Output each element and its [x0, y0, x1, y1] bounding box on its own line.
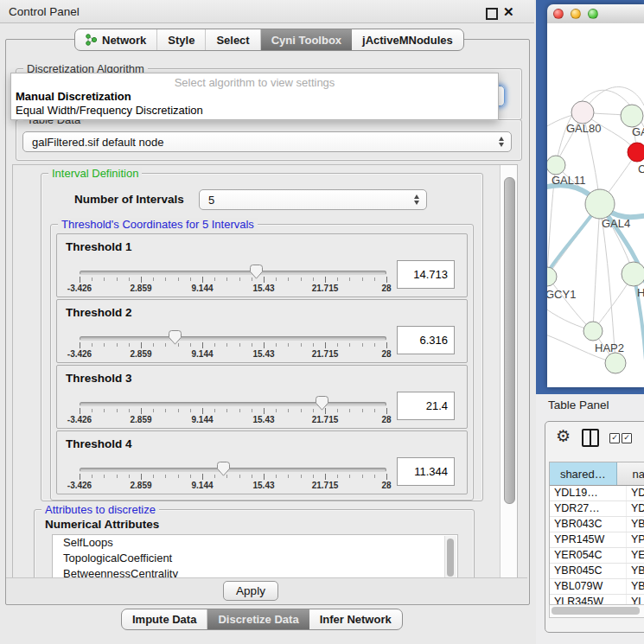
slider-major-tick [202, 474, 203, 480]
vertical-scrollbar-thumb[interactable] [504, 177, 515, 504]
cell-shared[interactable]: YPR145W [550, 532, 627, 547]
tab-style[interactable]: Style [157, 29, 206, 50]
tab-cyni-toolbox[interactable]: Cyni Toolbox [261, 29, 352, 50]
cell-shared[interactable]: YDL19… [550, 486, 627, 501]
node-hap2[interactable] [583, 322, 603, 341]
vertical-scrollbar[interactable] [500, 165, 517, 577]
cell-name[interactable]: YBR0 [627, 517, 644, 532]
threshold-value-field[interactable]: 11.344 [397, 457, 455, 486]
horizontal-scrollbar-thumb[interactable] [552, 607, 640, 615]
slider-track[interactable] [80, 336, 386, 341]
slider-track[interactable] [80, 468, 386, 472]
node-label: GCY1 [547, 288, 576, 301]
slider-tick-label: 28 [381, 284, 391, 293]
tab-infer-network[interactable]: Infer Network [309, 609, 402, 629]
cell-name[interactable]: YBL0 [627, 579, 644, 594]
threshold-value-field[interactable]: 14.713 [397, 260, 455, 289]
cell-name[interactable]: YDR2 [627, 501, 644, 516]
slider-thumb[interactable] [316, 396, 328, 411]
apply-button[interactable]: Apply [223, 581, 278, 601]
slider-track[interactable] [80, 402, 386, 406]
slider-thumb[interactable] [217, 462, 230, 476]
network-canvas[interactable]: GAL80 GA C GAL11 GAL4 GCY1 H HAP2 [547, 23, 644, 387]
node-h[interactable] [622, 262, 644, 286]
horizontal-scrollbar[interactable] [549, 604, 644, 618]
table-row[interactable]: YDR27…YDR2 [550, 501, 644, 517]
list-scrollbar[interactable] [444, 536, 456, 578]
dropdown-option-equal-width[interactable]: Equal Width/Frequency Discretization [15, 104, 494, 118]
column-header-name[interactable]: na [617, 462, 644, 485]
thresholds-group: Threshold's Coordinates for 5 Intervals … [50, 224, 474, 501]
checkbox-checked-icon[interactable]: ✓ [609, 433, 620, 443]
table-row[interactable]: YER054CYER0 [550, 548, 644, 564]
list-scrollbar-thumb[interactable] [447, 539, 454, 577]
cell-shared[interactable]: YBL079W [550, 579, 627, 594]
slider-major-tick [386, 342, 387, 348]
checkbox-checked-icon[interactable]: ✓ [622, 433, 632, 443]
threshold-3-panel: Threshold 3 -3.426 2.859 9.144 15.43 21.… [56, 365, 468, 429]
node-bottom[interactable] [605, 353, 626, 373]
screenshot-root: { "control_panel": { "title": "Control P… [0, 0, 644, 644]
table-row[interactable]: YDL19…YDL1 [550, 486, 644, 501]
table-data-combobox-value: galFiltered.sif default node [32, 136, 163, 149]
number-of-intervals-combobox[interactable]: 5 [199, 189, 427, 210]
cell-name[interactable]: YER0 [627, 548, 644, 563]
node-gal4[interactable] [585, 189, 615, 219]
dropdown-hint: Select algorithm to view settings [11, 76, 498, 89]
slider-major-tick [264, 277, 265, 283]
slider-tick-label: 15.43 [252, 481, 274, 490]
list-item[interactable]: BetweennessCentrality [53, 566, 457, 578]
tab-jactivemnodules[interactable]: jActiveMNodules [352, 29, 463, 50]
minimize-traffic-light-icon[interactable] [571, 9, 581, 19]
split-table-icon[interactable] [582, 429, 599, 447]
zoom-traffic-light-icon[interactable] [588, 9, 598, 19]
threshold-3-slider[interactable]: -3.426 2.859 9.144 15.43 21.715 28 [80, 397, 386, 426]
table-row[interactable]: YBR045CYBR0 [550, 564, 644, 579]
table-data-combobox[interactable]: galFiltered.sif default node [22, 131, 512, 152]
slider-thumb[interactable] [250, 265, 263, 279]
dropdown-option-manual[interactable]: Manual Discretization [15, 90, 494, 104]
threshold-1-slider[interactable]: -3.426 2.859 9.144 15.43 21.715 28 [80, 265, 386, 295]
cell-shared[interactable]: YBR043C [550, 517, 627, 532]
list-item[interactable]: TopologicalCoefficient [53, 551, 457, 566]
node-gal11[interactable] [547, 156, 565, 175]
slider-thumb[interactable] [169, 330, 182, 345]
cell-shared[interactable]: YER054C [550, 548, 627, 563]
slider-tick-label: -3.426 [67, 481, 92, 490]
threshold-value-field[interactable]: 6.316 [397, 326, 455, 354]
threshold-2-panel: Threshold 2 -3.426 2.859 9.144 15.43 21.… [56, 299, 468, 363]
slider-track[interactable] [80, 271, 386, 275]
close-traffic-light-icon[interactable] [553, 9, 564, 19]
node-gal80[interactable] [571, 101, 594, 124]
slider-tick-label: 21.715 [312, 415, 339, 424]
algorithm-dropdown-popup: Select algorithm to view settings Manual… [10, 73, 499, 120]
group-title: Threshold's Coordinates for 5 Intervals [58, 218, 258, 231]
tab-select[interactable]: Select [206, 29, 260, 50]
tab-discretize-data[interactable]: Discretize Data [207, 609, 309, 629]
node-gcy1[interactable] [547, 267, 557, 286]
list-item[interactable]: SelfLoops [53, 535, 457, 551]
cell-shared[interactable]: YBR045C [550, 564, 627, 578]
slider-major-tick [264, 342, 265, 348]
table-row[interactable]: YBR043CYBR0 [550, 517, 644, 532]
gear-icon[interactable]: ⚙ [556, 427, 571, 446]
node-red-selected[interactable] [628, 143, 644, 162]
network-window-titlebar[interactable] [547, 4, 644, 24]
tab-label: Select [216, 34, 249, 47]
cell-shared[interactable]: YDR27… [550, 501, 627, 516]
node-ga[interactable] [621, 105, 643, 127]
table-row[interactable]: YBL079WYBL0 [550, 579, 644, 595]
table-row[interactable]: YPR145WYPR1 [550, 532, 644, 548]
threshold-value-field[interactable]: 21.4 [397, 392, 455, 420]
tab-impute-data[interactable]: Impute Data [122, 609, 207, 629]
slider-major-tick [141, 277, 142, 283]
column-header-shared-name[interactable]: shared… [550, 462, 617, 485]
cell-name[interactable]: YDL1 [627, 486, 644, 501]
float-window-icon[interactable] [486, 8, 498, 20]
threshold-2-slider[interactable]: -3.426 2.859 9.144 15.43 21.715 28 [80, 331, 386, 360]
threshold-4-slider[interactable]: -3.426 2.859 9.144 15.43 21.715 28 [80, 462, 386, 492]
cell-name[interactable]: YBR0 [627, 564, 644, 578]
cell-name[interactable]: YPR1 [627, 532, 644, 547]
close-icon[interactable]: ✕ [503, 4, 514, 20]
tab-network[interactable]: Network [75, 29, 157, 50]
